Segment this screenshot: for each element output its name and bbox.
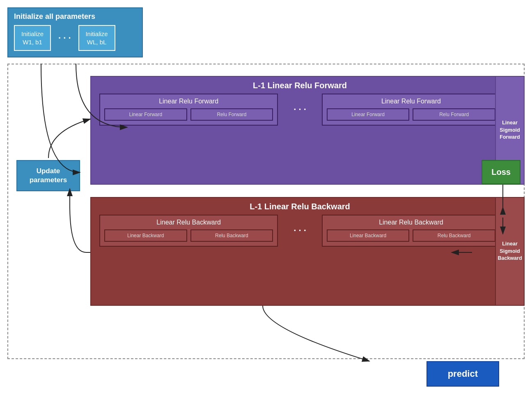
- loss-box: Loss: [482, 160, 521, 184]
- linear-backward-small-2: Linear Backward: [327, 229, 410, 242]
- relu-backward-title-2: Linear Relu Backward: [327, 219, 495, 226]
- predict-box: predict: [427, 361, 499, 387]
- loss-label: Loss: [491, 167, 511, 176]
- init-params-title: Initialize all parameters: [14, 12, 136, 21]
- backward-inner-row: Linear Relu Backward Linear Backward Rel…: [91, 215, 509, 247]
- relu-backward-title-1: Linear Relu Backward: [104, 219, 273, 226]
- backward-outer-block: L-1 Linear Relu Backward Linear Relu Bac…: [90, 197, 509, 306]
- linear-backward-small-1: Linear Backward: [104, 229, 187, 242]
- relu-forward-box-2: Linear Relu Forward Linear Forward Relu …: [322, 94, 500, 126]
- update-params-label: Updateparameters: [30, 167, 67, 184]
- forward-dots: · · ·: [290, 104, 310, 115]
- init-w1-b1-box: Initialize W1, b1: [14, 25, 51, 51]
- relu-forward-small-1: Relu Forward: [190, 108, 273, 121]
- relu-forward-title-2: Linear Relu Forward: [327, 98, 495, 105]
- linear-forward-small-2: Linear Forward: [327, 108, 410, 121]
- linear-forward-small-1: Linear Forward: [104, 108, 187, 121]
- relu-backward-box-2: Linear Relu Backward Linear Backward Rel…: [322, 215, 500, 247]
- sigmoid-backward-block: LinearSigmoidBackward: [495, 197, 525, 306]
- init-wl-bl-box: Initialize WL, bL: [78, 25, 115, 51]
- relu-forward-small-2: Relu Forward: [413, 108, 495, 121]
- backward-title: L-1 Linear Relu Backward: [91, 198, 509, 215]
- predict-label: predict: [448, 369, 478, 379]
- relu-backward-small-1: Relu Backward: [190, 229, 273, 242]
- sigmoid-backward-text: LinearSigmoidBackward: [498, 241, 522, 262]
- update-params-box: Updateparameters: [16, 160, 80, 191]
- relu-backward-box-1: Linear Relu Backward Linear Backward Rel…: [99, 215, 278, 247]
- forward-inner-row: Linear Relu Forward Linear Forward Relu …: [91, 94, 509, 126]
- init-params-block: Initialize all parameters Initialize W1,…: [7, 7, 143, 57]
- sigmoid-forward-text: LinearSigmoidForward: [500, 119, 520, 141]
- relu-backward-small-2: Relu Backward: [413, 229, 495, 242]
- forward-title: L-1 Linear Relu Forward: [91, 77, 509, 94]
- forward-outer-block: L-1 Linear Relu Forward Linear Relu Forw…: [90, 76, 509, 185]
- init-dots: · · ·: [58, 33, 71, 44]
- backward-dots: · · ·: [290, 225, 310, 236]
- relu-forward-title-1: Linear Relu Forward: [104, 98, 273, 105]
- relu-forward-box-1: Linear Relu Forward Linear Forward Relu …: [99, 94, 278, 126]
